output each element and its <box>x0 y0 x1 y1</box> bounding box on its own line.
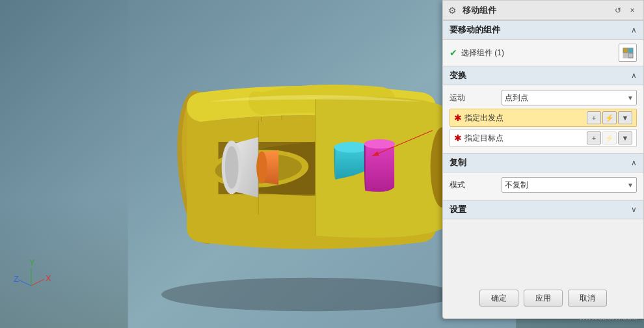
section-content-transform: 运动 点到点 ▼ ✱ 指定出发点 + ⚡ ▼ ✱ 指定目标点 + ⚡ ▼ <box>443 85 643 153</box>
section-label-copy: 复制 <box>449 157 466 169</box>
point-from-edit-btn[interactable]: ⚡ <box>602 111 617 124</box>
axis-indicator: X Y Z <box>12 256 51 295</box>
section-label-components: 要移动的组件 <box>449 24 500 36</box>
section-chevron-settings: ∨ <box>631 205 637 214</box>
point-to-label: 指定目标点 <box>464 133 587 144</box>
point-to-row[interactable]: ✱ 指定目标点 + ⚡ ▼ <box>449 129 637 147</box>
component-select-button[interactable] <box>619 44 637 62</box>
svg-point-10 <box>256 151 267 183</box>
svg-point-14 <box>364 139 395 148</box>
section-label-transform: 变换 <box>449 70 466 81</box>
point-from-add-btn[interactable]: + <box>587 111 601 124</box>
motion-select[interactable]: 点到点 ▼ <box>502 90 637 105</box>
svg-point-9 <box>225 146 239 189</box>
point-from-label: 指定出发点 <box>464 113 587 124</box>
svg-point-13 <box>334 142 369 152</box>
point-from-more-btn[interactable]: ▼ <box>618 111 632 124</box>
motion-label: 运动 <box>449 92 502 103</box>
mode-arrow: ▼ <box>627 182 634 189</box>
asterisk-to: ✱ <box>454 133 462 143</box>
section-chevron-components: ∧ <box>631 25 637 34</box>
move-component-panel: ⚙ 移动组件 ↺ × 要移动的组件 ∧ ✔ 选择组件 (1) <box>442 0 644 319</box>
section-content-copy: 模式 不复制 ▼ <box>443 172 643 200</box>
svg-line-23 <box>18 280 31 286</box>
section-chevron-copy: ∧ <box>631 158 637 167</box>
svg-rect-26 <box>623 53 628 58</box>
close-button[interactable]: × <box>626 5 638 16</box>
point-to-edit-btn[interactable]: ⚡ <box>602 131 617 144</box>
section-header-copy[interactable]: 复制 ∧ <box>443 153 643 172</box>
section-chevron-transform: ∧ <box>631 71 637 80</box>
axis-x-label: X <box>46 273 51 283</box>
svg-line-21 <box>31 279 44 286</box>
point-from-buttons: + ⚡ ▼ <box>587 111 632 124</box>
component-check-text: 选择组件 (1) <box>461 48 504 59</box>
panel-titlebar: ⚙ 移动组件 ↺ × <box>443 1 643 20</box>
cancel-button[interactable]: 取消 <box>568 290 607 307</box>
mode-label: 模式 <box>449 180 502 191</box>
bottom-buttons: 确定 应用 取消 <box>443 283 643 313</box>
point-from-row[interactable]: ✱ 指定出发点 + ⚡ ▼ <box>449 109 637 127</box>
panel-title-buttons: ↺ × <box>612 5 638 16</box>
panel-title: 移动组件 <box>463 5 612 16</box>
axis-y-label: Y <box>29 258 35 267</box>
point-to-more-btn[interactable]: ▼ <box>618 131 632 144</box>
point-to-buttons: + ⚡ ▼ <box>587 131 632 144</box>
motion-row: 运动 点到点 ▼ <box>449 89 637 106</box>
section-label-settings: 设置 <box>449 204 466 215</box>
section-header-components[interactable]: 要移动的组件 ∧ <box>443 20 643 40</box>
component-check-row: ✔ 选择组件 (1) <box>449 45 504 61</box>
check-icon: ✔ <box>449 48 457 58</box>
section-header-settings[interactable]: 设置 ∨ <box>443 200 643 219</box>
confirm-button[interactable]: 确定 <box>479 290 518 307</box>
apply-button[interactable]: 应用 <box>524 290 563 307</box>
section-header-transform[interactable]: 变换 ∧ <box>443 66 643 85</box>
motion-value: 点到点 <box>505 92 528 103</box>
mode-row: 模式 不复制 ▼ <box>449 176 637 193</box>
asterisk-from: ✱ <box>454 113 462 123</box>
point-to-add-btn[interactable]: + <box>587 131 601 144</box>
svg-rect-27 <box>628 53 633 58</box>
mode-select[interactable]: 不复制 ▼ <box>502 177 637 193</box>
mode-value: 不复制 <box>505 180 528 191</box>
svg-point-1 <box>161 278 456 311</box>
section-content-components: ✔ 选择组件 (1) <box>443 40 643 66</box>
svg-rect-24 <box>623 48 628 53</box>
reset-button[interactable]: ↺ <box>612 5 624 16</box>
axis-z-label: Z <box>14 274 19 284</box>
svg-rect-25 <box>628 48 633 53</box>
gear-icon: ⚙ <box>448 5 459 16</box>
motion-arrow: ▼ <box>627 94 634 102</box>
component-icon <box>622 47 634 59</box>
